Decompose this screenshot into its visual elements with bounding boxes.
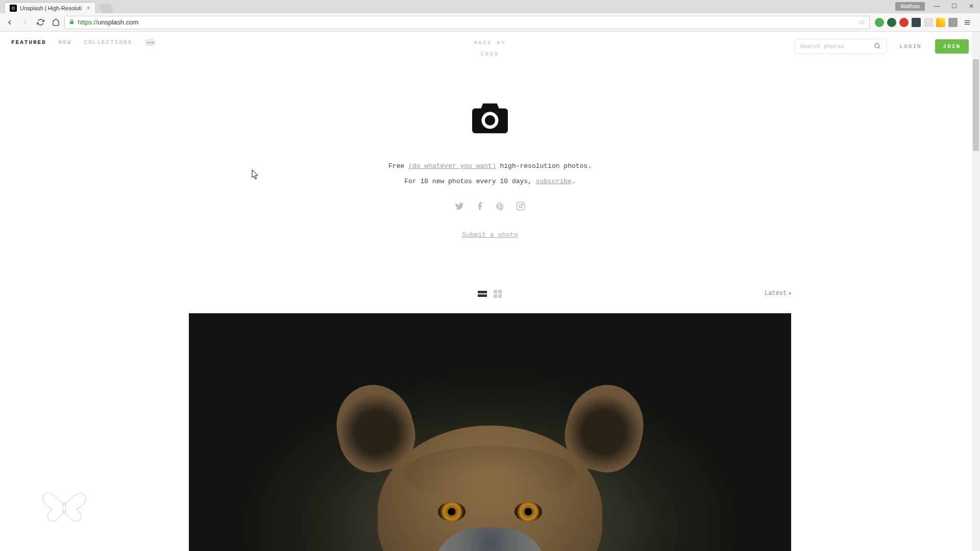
nav-right: LOGIN JOIN <box>795 39 969 54</box>
made-by-crew[interactable]: MADE BY CREW <box>474 38 506 60</box>
site-header: FEATURED NEW COLLECTIONS MADE BY CREW LO… <box>0 32 980 59</box>
new-tab-button[interactable] <box>99 4 114 13</box>
close-window-button[interactable]: ✕ <box>963 1 980 12</box>
browser-window: Unsplash | High-Resoluti × Matthias — ☐ … <box>0 0 980 551</box>
browser-tab[interactable]: Unsplash | High-Resoluti × <box>4 2 96 13</box>
photo-feed <box>189 313 791 551</box>
back-button[interactable] <box>3 16 16 29</box>
chevron-down-icon: ▼ <box>789 291 791 296</box>
reload-button[interactable] <box>34 16 47 29</box>
extension-icon[interactable] <box>912 18 921 27</box>
tagline-text: . <box>572 178 576 185</box>
nav-left: FEATURED NEW COLLECTIONS <box>11 39 156 46</box>
tagline-text: high-resolution photos. <box>496 162 592 170</box>
svg-line-5 <box>878 47 880 48</box>
butterfly-widget-icon[interactable] <box>40 486 89 524</box>
lock-icon <box>69 18 75 26</box>
tagline: Free (do whatever you want) high-resolut… <box>0 159 980 189</box>
tagline-text: For 10 new photos every 10 days, <box>404 178 535 185</box>
chrome-menu-icon[interactable] <box>961 16 974 29</box>
social-links <box>0 202 980 211</box>
pinterest-icon[interactable] <box>496 202 505 211</box>
nav-featured[interactable]: FEATURED <box>11 39 46 45</box>
submit-photo-link[interactable]: Submit a photo <box>462 231 518 239</box>
nav-new[interactable]: NEW <box>59 39 72 45</box>
address-bar[interactable]: https://unsplash.com ☆ <box>64 16 870 29</box>
hero: Free (do whatever you want) high-resolut… <box>0 59 980 259</box>
nav-collections[interactable]: COLLECTIONS <box>84 39 133 45</box>
subscribe-link[interactable]: subscribe <box>536 178 572 185</box>
instagram-icon[interactable] <box>516 202 525 211</box>
search-icon[interactable] <box>874 42 881 51</box>
svg-point-7 <box>485 115 495 126</box>
extension-icon[interactable] <box>887 18 896 27</box>
grid-view-icon[interactable] <box>493 290 502 298</box>
page-viewport: FEATURED NEW COLLECTIONS MADE BY CREW LO… <box>0 32 980 551</box>
svg-point-4 <box>875 43 879 47</box>
feed-controls: Latest▼ <box>189 290 791 302</box>
svg-rect-8 <box>517 202 525 210</box>
view-toggle <box>478 290 502 298</box>
svg-point-9 <box>519 205 522 208</box>
camera-icon <box>10 5 17 12</box>
camera-logo-icon <box>472 103 508 135</box>
license-link[interactable]: (do whatever you want) <box>408 162 496 170</box>
sort-dropdown[interactable]: Latest▼ <box>765 290 791 297</box>
home-button[interactable] <box>49 16 62 29</box>
photo-subject <box>332 385 648 551</box>
extension-icons <box>872 16 977 29</box>
svg-point-10 <box>522 204 523 205</box>
extension-icon[interactable] <box>948 18 958 27</box>
minimize-button[interactable]: — <box>928 1 945 12</box>
profile-chip[interactable]: Matthias <box>895 2 925 11</box>
bookmark-star-icon[interactable]: ☆ <box>859 18 865 26</box>
svg-rect-0 <box>70 21 74 24</box>
extension-icon[interactable] <box>875 18 884 27</box>
tagline-text: Free <box>388 162 408 170</box>
forward-button[interactable] <box>18 16 32 29</box>
extension-icon[interactable] <box>899 18 909 27</box>
twitter-icon[interactable] <box>455 202 464 211</box>
search-input[interactable] <box>800 43 874 49</box>
svg-point-11 <box>63 502 66 514</box>
url-text: https://unsplash.com <box>78 18 138 26</box>
extension-icon[interactable] <box>924 18 933 27</box>
facebook-icon[interactable] <box>475 202 484 211</box>
extension-icon[interactable] <box>936 18 945 27</box>
nav-more-button[interactable] <box>144 39 156 46</box>
tab-strip: Unsplash | High-Resoluti × Matthias — ☐ … <box>0 0 980 13</box>
join-button[interactable]: JOIN <box>935 39 969 54</box>
scrollbar-thumb[interactable] <box>973 59 979 151</box>
login-button[interactable]: LOGIN <box>893 39 929 54</box>
featured-photo[interactable] <box>189 313 791 551</box>
tab-title: Unsplash | High-Resoluti <box>20 5 82 11</box>
search-box[interactable] <box>795 39 887 54</box>
toolbar: https://unsplash.com ☆ <box>0 13 980 32</box>
close-tab-icon[interactable]: × <box>87 5 90 11</box>
sort-label: Latest <box>765 290 787 297</box>
window-controls: Matthias — ☐ ✕ <box>895 0 980 12</box>
list-view-icon[interactable] <box>478 290 487 298</box>
maximize-button[interactable]: ☐ <box>945 1 963 12</box>
